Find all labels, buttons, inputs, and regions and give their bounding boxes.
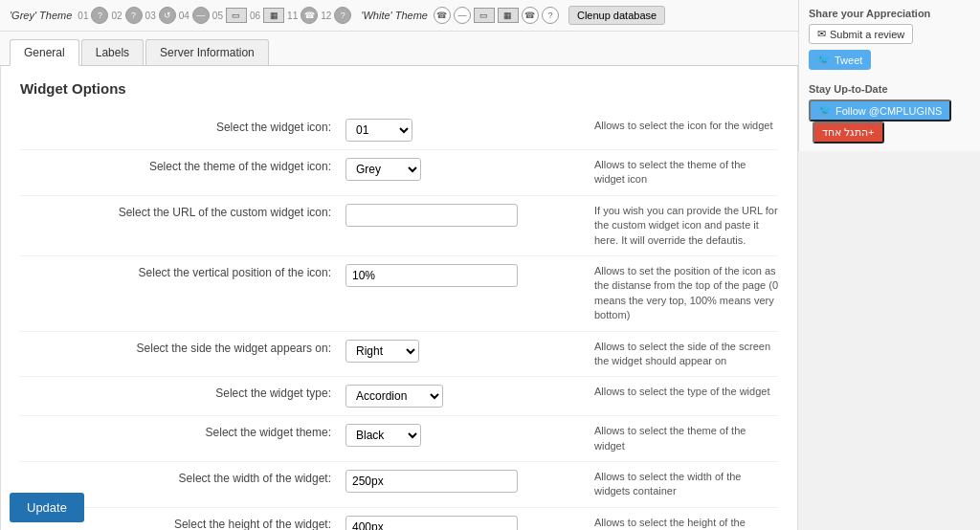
option-help-side: Allows to select the side of the screen …	[556, 340, 778, 369]
option-label-widget-type: Select the widget type:	[20, 385, 345, 400]
grey-icon-05[interactable]: ▭	[226, 8, 247, 23]
google-plus-button[interactable]: התגל אחד+	[813, 121, 884, 144]
tab-server-information[interactable]: Server Information	[145, 39, 269, 65]
vertical-position-input[interactable]	[345, 264, 518, 287]
sidebar-right: Share your Appreciation ✉ Submit a revie…	[798, 0, 980, 151]
option-control-custom-url[interactable]	[345, 204, 556, 227]
option-control-side[interactable]: RightLeft	[345, 340, 556, 363]
option-help-width: Allows to select the width of the widget…	[556, 470, 778, 499]
option-control-vertical-position[interactable]	[345, 264, 556, 287]
update-button[interactable]: Update	[10, 493, 84, 522]
widget-height-input[interactable]	[345, 516, 518, 530]
twitter-icon: 🐦	[817, 54, 831, 66]
grey-theme-icons: 01 ? 02 ? 03 ↺ 04 — 05 ▭ 06 ▦ 11 ☎ 12 ?	[78, 7, 351, 24]
cleanup-database-button[interactable]: Clenup database	[568, 6, 665, 25]
grey-icon-06[interactable]: ▦	[263, 8, 284, 23]
widget-options-panel: Widget Options Select the widget icon: 0…	[0, 66, 798, 530]
option-row-widget-type: Select the widget type: AccordionTabSlid…	[20, 377, 778, 416]
tweet-button[interactable]: 🐦 Tweet	[809, 50, 871, 70]
widget-theme-select[interactable]: BlackWhiteGrey	[345, 424, 421, 447]
option-help-custom-url: If you wish you can provide the URL for …	[556, 204, 778, 248]
option-label-width: Select the width of the widget:	[20, 470, 345, 485]
white-theme-row: 'White' Theme ☎ — ▭ ▦ ☎ ?	[361, 7, 559, 24]
option-label-icon-theme: Select the theme of the widget icon:	[20, 158, 345, 173]
option-control-widget-theme[interactable]: BlackWhiteGrey	[345, 424, 556, 447]
option-help-widget-type: Allows to select the type of the widget	[556, 385, 778, 399]
grey-icon-11[interactable]: ☎	[301, 7, 318, 24]
widget-icon-theme-select[interactable]: GreyWhite	[345, 158, 421, 181]
option-row-vertical-position: Select the vertical position of the icon…	[20, 256, 778, 332]
option-control-height[interactable]	[345, 516, 556, 530]
option-help-height: Allows to select the height of the widge…	[556, 516, 778, 530]
option-control-width[interactable]	[345, 470, 556, 493]
option-help-icon: Allows to select the icon for the widget	[556, 119, 778, 133]
grey-icon-12[interactable]: ?	[334, 7, 351, 24]
option-help-vertical-position: Allows to set the position of the icon a…	[556, 264, 778, 323]
option-row-side: Select the side the widget appears on: R…	[20, 332, 778, 378]
option-row-height: Select the height of the widget: Allows …	[20, 508, 778, 530]
tabs-bar: General Labels Server Information	[0, 32, 798, 66]
appreciate-title: Share your Appreciation	[809, 8, 970, 19]
white-theme-label: 'White' Theme	[361, 10, 428, 21]
follow-button[interactable]: 🐦 Follow @CMPLUGINS	[809, 99, 951, 121]
widget-side-select[interactable]: RightLeft	[345, 340, 419, 363]
option-label-icon: Select the widget icon:	[20, 119, 345, 134]
widget-icon-select[interactable]: 010203 040506 1112	[345, 119, 412, 142]
twitter-follow-icon: 🐦	[818, 104, 832, 117]
grey-theme-label: 'Grey' Theme	[10, 10, 72, 21]
widget-width-input[interactable]	[345, 470, 518, 493]
white-icon-06[interactable]: ?	[542, 7, 559, 24]
white-icon-04[interactable]: ▦	[498, 8, 519, 23]
tab-general[interactable]: General	[10, 39, 79, 66]
option-row-custom-url: Select the URL of the custom widget icon…	[20, 196, 778, 256]
option-label-side: Select the side the widget appears on:	[20, 340, 345, 355]
option-row-widget-theme: Select the widget theme: BlackWhiteGrey …	[20, 416, 778, 462]
option-help-widget-theme: Allows to select the theme of the widget	[556, 424, 778, 453]
email-icon: ✉	[817, 28, 826, 40]
grey-theme-row: 'Grey' Theme 01 ? 02 ? 03 ↺ 04 — 05 ▭ 06…	[10, 7, 351, 24]
stay-updated-title: Stay Up-to-Date	[809, 83, 970, 95]
white-icon-02[interactable]: —	[454, 7, 471, 24]
submit-review-button[interactable]: ✉ Submit a review	[809, 24, 913, 44]
grey-icon-02[interactable]: ?	[125, 7, 143, 24]
main-content: General Labels Server Information Widget…	[0, 32, 798, 530]
widget-options-title: Widget Options	[20, 80, 778, 97]
option-help-icon-theme: Allows to select the theme of the widget…	[556, 158, 778, 188]
option-row-icon-theme: Select the theme of the widget icon: Gre…	[20, 150, 778, 196]
option-label-vertical-position: Select the vertical position of the icon…	[20, 264, 345, 279]
option-control-icon-theme[interactable]: GreyWhite	[345, 158, 556, 181]
option-row-icon: Select the widget icon: 010203 040506 11…	[20, 111, 778, 150]
white-theme-icons: ☎ — ▭ ▦ ☎ ?	[434, 7, 559, 24]
option-label-widget-theme: Select the widget theme:	[20, 424, 345, 439]
white-icon-05[interactable]: ☎	[522, 7, 539, 24]
grey-icon-01[interactable]: ?	[91, 7, 108, 24]
custom-url-input[interactable]	[345, 204, 518, 227]
widget-type-select[interactable]: AccordionTabSlide	[345, 385, 443, 408]
white-icon-01[interactable]: ☎	[434, 7, 451, 24]
grey-icon-03[interactable]: ↺	[159, 7, 176, 24]
option-label-custom-url: Select the URL of the custom widget icon…	[20, 204, 345, 219]
option-control-widget-type[interactable]: AccordionTabSlide	[345, 385, 556, 408]
option-control-icon[interactable]: 010203 040506 1112	[345, 119, 556, 142]
grey-icon-04[interactable]: —	[192, 7, 210, 24]
white-icon-03[interactable]: ▭	[474, 8, 495, 23]
option-row-width: Select the width of the widget: Allows t…	[20, 462, 778, 508]
tab-labels[interactable]: Labels	[81, 39, 144, 65]
